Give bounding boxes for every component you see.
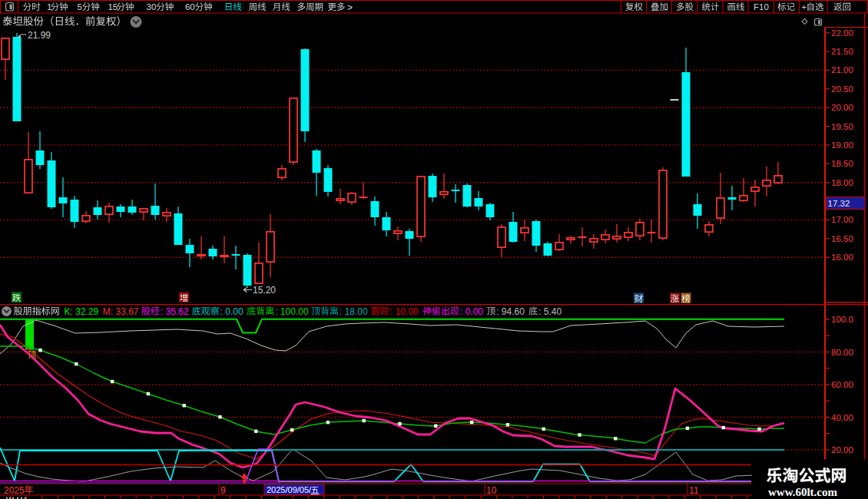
- svg-text:+: +: [802, 2, 807, 12]
- svg-text:>: >: [347, 2, 353, 13]
- svg-text:: 100.00: : 100.00: [275, 306, 309, 317]
- svg-text:15.20: 15.20: [253, 285, 276, 296]
- svg-text:F10: F10: [754, 2, 769, 12]
- svg-text:20.50: 20.50: [831, 84, 853, 94]
- svg-text:16.00: 16.00: [831, 253, 853, 262]
- svg-text:: 0.00: : 0.00: [220, 306, 244, 317]
- svg-text:1: 1: [47, 2, 51, 12]
- svg-text:18.00: 18.00: [831, 178, 853, 187]
- svg-text:16.50: 16.50: [831, 234, 853, 243]
- svg-text:21.99: 21.99: [28, 30, 51, 41]
- svg-text:60: 60: [185, 2, 195, 12]
- svg-text:60.00: 60.00: [831, 380, 853, 389]
- svg-text:10: 10: [486, 485, 497, 496]
- svg-text:2025: 2025: [4, 485, 25, 496]
- svg-text:2025/09/05/: 2025/09/05/: [267, 485, 312, 494]
- svg-text:: 5.40: : 5.40: [538, 306, 562, 317]
- svg-text:5: 5: [78, 2, 82, 12]
- svg-text:www.60lt.com: www.60lt.com: [768, 486, 837, 498]
- svg-text:21.00: 21.00: [831, 65, 853, 74]
- svg-text:15: 15: [108, 2, 118, 12]
- svg-text:17.32: 17.32: [828, 199, 850, 208]
- svg-text:K: 32.29: K: 32.29: [65, 306, 99, 317]
- svg-text:M: 33.67: M: 33.67: [103, 306, 139, 317]
- svg-text:: 0.00: : 0.00: [460, 306, 483, 317]
- svg-text:19.50: 19.50: [831, 122, 853, 131]
- svg-text:11: 11: [689, 485, 699, 496]
- svg-text:: 35.62: : 35.62: [161, 306, 189, 317]
- svg-text:19.00: 19.00: [831, 140, 853, 150]
- svg-text:22.00: 22.00: [831, 28, 853, 38]
- svg-text:: 94.60: : 94.60: [496, 306, 525, 317]
- svg-text:30: 30: [147, 2, 157, 12]
- svg-text:20.00: 20.00: [831, 445, 853, 454]
- svg-text:: 10.00: : 10.00: [390, 306, 419, 317]
- svg-text:18.50: 18.50: [831, 159, 853, 168]
- svg-text:80.00: 80.00: [831, 348, 853, 357]
- svg-text:100.0: 100.0: [831, 315, 853, 324]
- svg-text:40.00: 40.00: [831, 413, 853, 422]
- svg-text:9: 9: [220, 485, 226, 496]
- svg-text:17.00: 17.00: [831, 215, 853, 224]
- svg-text:20.00: 20.00: [831, 103, 853, 112]
- svg-text:21.50: 21.50: [831, 47, 853, 56]
- svg-text:: 18.00: : 18.00: [340, 306, 368, 317]
